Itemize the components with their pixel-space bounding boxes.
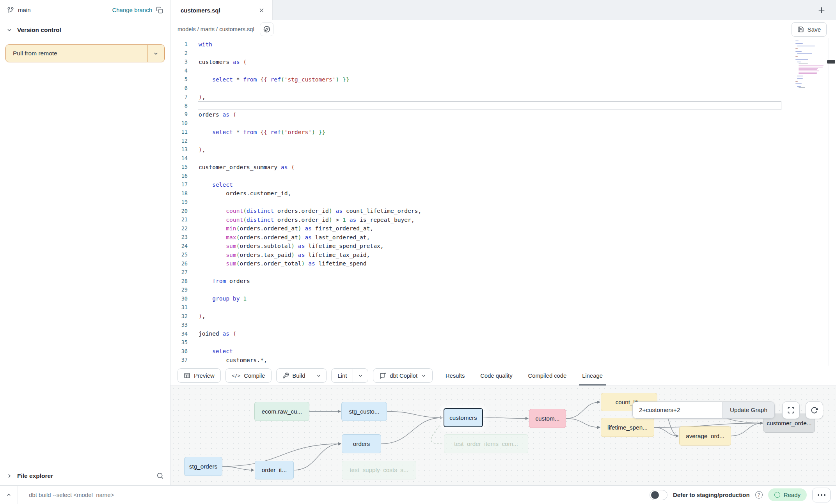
code-line[interactable]: 13), (170, 145, 836, 154)
lineage-search-input[interactable] (632, 401, 722, 419)
pull-from-remote-button[interactable]: Pull from remote (6, 45, 147, 62)
pull-options-caret[interactable] (147, 45, 164, 62)
code-line[interactable]: 14 (170, 154, 836, 163)
lineage-node-customers[interactable]: customers (444, 408, 483, 427)
code-line[interactable]: 12 (170, 136, 836, 145)
lineage-node-raw_customers[interactable]: ecom.raw_cu... (254, 402, 309, 421)
pull-from-remote-split-button: Pull from remote (5, 44, 165, 62)
result-tabs: Results Code quality Compiled code Linea… (446, 366, 603, 386)
fullscreen-button[interactable] (782, 401, 800, 419)
code-line[interactable]: 32), (170, 312, 836, 321)
close-icon[interactable] (259, 7, 264, 13)
code-line[interactable]: 33 (170, 320, 836, 329)
defer-label: Defer to staging/production (673, 492, 750, 498)
code-line[interactable]: 16 (170, 172, 836, 180)
help-icon[interactable]: ? (755, 491, 763, 499)
explorer-compass-button[interactable] (260, 22, 274, 36)
code-line[interactable]: 5 select * from {{ ref('stg_customers') … (170, 75, 836, 84)
tab-code-quality[interactable]: Code quality (480, 366, 512, 386)
code-line[interactable]: 3customers as ( (170, 57, 836, 66)
tab-strip: customers.sql (170, 0, 836, 20)
code-line[interactable]: 9orders as ( (170, 110, 836, 119)
code-line[interactable]: 25 sum(orders.tax_paid) as lifetime_tax_… (170, 250, 836, 259)
save-button[interactable]: Save (792, 22, 827, 37)
lineage-node-stg_orders[interactable]: stg_orders (184, 457, 222, 476)
lineage-search-group: Update Graph (632, 401, 775, 419)
defer-toggle[interactable] (650, 490, 667, 500)
code-line[interactable]: 15customer_orders_summary as ( (170, 163, 836, 172)
code-line[interactable]: 23 max(orders.ordered_at) as last_ordere… (170, 233, 836, 242)
code-line[interactable]: 21 count(distinct orders.order_id) > 1 a… (170, 215, 836, 224)
code-line[interactable]: 30 group by 1 (170, 294, 836, 303)
version-control-header[interactable]: Version control (0, 20, 170, 40)
code-line[interactable]: 4 (170, 66, 836, 75)
lineage-node-test_supply_costs[interactable]: test_supply_costs_s... (342, 461, 416, 479)
editor-minimap[interactable] (795, 41, 826, 89)
editor-scrollbar-thumb[interactable] (827, 60, 835, 64)
code-line[interactable]: 37 customers.*, (170, 355, 836, 364)
build-button[interactable]: Build (277, 369, 311, 382)
code-line[interactable]: 35 (170, 338, 836, 347)
lineage-node-orders[interactable]: orders (342, 434, 381, 453)
code-line[interactable]: 27 (170, 268, 836, 277)
code-line[interactable]: 20 count(distinct orders.order_id) as co… (170, 207, 836, 216)
lineage-node-stg_customers[interactable]: stg_custo... (341, 402, 387, 421)
lineage-node-order_items[interactable]: order_it... (255, 461, 294, 479)
code-line[interactable]: 2 (170, 49, 836, 58)
command-input[interactable] (18, 486, 650, 504)
command-bar-expand-button[interactable] (0, 486, 18, 504)
search-icon[interactable] (156, 472, 164, 479)
compile-button[interactable]: </> Compile (225, 368, 272, 383)
dbt-copilot-button[interactable]: dbt Copilot (373, 368, 433, 383)
code-line[interactable]: 29 (170, 285, 836, 294)
update-graph-button[interactable]: Update Graph (722, 401, 775, 419)
file-explorer-header[interactable]: File explorer (0, 466, 170, 485)
code-line[interactable]: 7), (170, 92, 836, 101)
refresh-button[interactable] (806, 401, 823, 419)
code-line[interactable]: 18 orders.customer_id, (170, 189, 836, 198)
git-branch-icon (7, 7, 14, 14)
code-line[interactable]: 24 sum(orders.subtotal) as lifetime_spen… (170, 242, 836, 251)
lint-button[interactable]: Lint (332, 369, 353, 382)
code-line[interactable]: 36 select (170, 347, 836, 356)
code-line[interactable]: 28 from orders (170, 277, 836, 286)
change-branch-link[interactable]: Change branch (112, 7, 152, 13)
preview-button[interactable]: Preview (177, 368, 221, 383)
fullscreen-icon (787, 407, 795, 414)
lineage-node-customers_model[interactable]: custom... (529, 409, 566, 428)
new-tab-button[interactable] (816, 4, 827, 16)
lineage-node-lifetime_spend[interactable]: lifetime_spen... (601, 418, 654, 437)
lint-label: Lint (337, 373, 347, 379)
copilot-label: dbt Copilot (390, 373, 417, 379)
code-line[interactable]: 8 (170, 101, 836, 110)
tab-lineage[interactable]: Lineage (582, 366, 603, 386)
lint-options-caret[interactable] (353, 369, 368, 382)
lineage-panel[interactable]: ecom.raw_cu...stg_custo...customerscusto… (170, 386, 836, 485)
code-line[interactable]: 19 (170, 198, 836, 207)
code-line[interactable]: 6 (170, 84, 836, 93)
more-options-button[interactable] (812, 488, 831, 502)
tab-title: customers.sql (181, 7, 259, 14)
tab-compiled-code[interactable]: Compiled code (528, 366, 567, 386)
branch-name: main (18, 7, 31, 13)
build-options-caret[interactable] (311, 369, 326, 382)
code-line[interactable]: 17 select (170, 180, 836, 189)
lineage-node-average_order[interactable]: average_ord... (679, 426, 731, 446)
tab-customers-sql[interactable]: customers.sql (170, 0, 273, 20)
code-lines[interactable]: 1with23customers as (45 select * from {{… (170, 40, 836, 366)
editor-toolbar: Preview </> Compile Build Lint (170, 366, 836, 386)
code-editor[interactable]: 1with23customers as (45 select * from {{… (170, 38, 836, 366)
tab-results[interactable]: Results (446, 366, 465, 386)
code-line[interactable]: 34joined as ( (170, 329, 836, 338)
lineage-node-test_order_items[interactable]: test_order_items_com... (444, 434, 528, 453)
code-line[interactable]: 10 (170, 119, 836, 128)
copy-icon[interactable] (156, 7, 163, 14)
code-line[interactable]: 31 (170, 303, 836, 312)
compile-label: Compile (244, 373, 265, 379)
code-line[interactable]: 11 select * from {{ ref('orders') }} (170, 127, 836, 136)
current-line-highlight (198, 101, 781, 110)
code-line[interactable]: 26 sum(orders.order_total) as lifetime_s… (170, 259, 836, 268)
code-line[interactable]: 1with (170, 40, 836, 49)
branch-bar: main Change branch (0, 0, 170, 20)
code-line[interactable]: 22 min(orders.ordered_at) as first_order… (170, 224, 836, 233)
